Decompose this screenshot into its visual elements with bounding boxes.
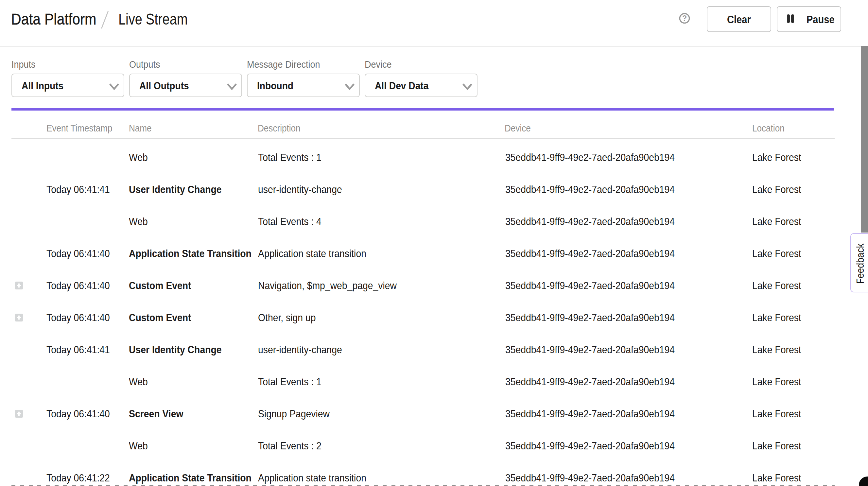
svg-text:?: ? (682, 14, 687, 23)
